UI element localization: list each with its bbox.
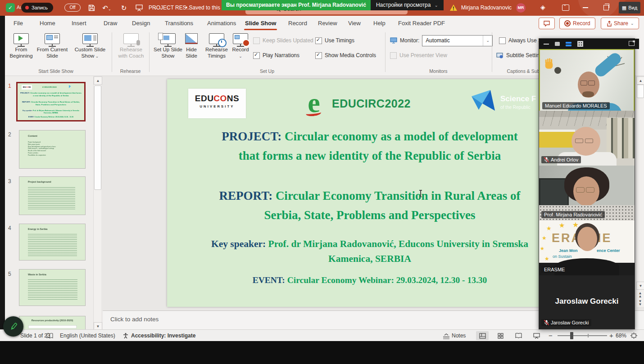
show-media-controls-checkbox[interactable]: Show Media Controls bbox=[315, 52, 376, 59]
reading-view-button[interactable] bbox=[512, 331, 525, 340]
user-avatar[interactable]: MR bbox=[516, 3, 526, 13]
undo-icon[interactable]: ↶⌄ bbox=[101, 0, 113, 16]
share-button[interactable]: Share bbox=[601, 18, 639, 29]
zoom-slider[interactable] bbox=[558, 335, 607, 336]
zoom-slider-thumb[interactable] bbox=[570, 332, 573, 339]
notes-toggle-label[interactable]: Notes bbox=[452, 330, 466, 342]
language-status[interactable]: English (United States) bbox=[60, 330, 115, 342]
tab-review[interactable]: Review bbox=[316, 16, 339, 31]
slide-project-title: PROJECT: Circular economy as a model of … bbox=[167, 127, 572, 166]
minimize-panel-icon[interactable] bbox=[544, 44, 549, 45]
group-label-start-slide-show: Start Slide Show bbox=[0, 68, 112, 74]
tab-draw[interactable]: Draw bbox=[102, 16, 119, 31]
zoom-out-button[interactable]: − bbox=[549, 330, 553, 342]
annotation-pencil-button[interactable] bbox=[3, 316, 23, 337]
redo-icon[interactable]: ↻ bbox=[118, 0, 130, 16]
next-slide-button[interactable]: ▼▼ bbox=[637, 300, 643, 306]
thumbnail-slide-3[interactable]: Project background bbox=[19, 176, 86, 215]
ribbon-display-options-icon[interactable] bbox=[562, 4, 569, 11]
rehearse-timings-button[interactable]: Rehearse Timings bbox=[203, 33, 231, 59]
use-timings-checkbox[interactable]: Use Timings bbox=[315, 37, 354, 44]
thumbnail-slide-1[interactable]: EDUCONS e EDUCIRC2022 PROJECT: Circular … bbox=[16, 82, 86, 121]
tab-transitions[interactable]: Transitions bbox=[163, 16, 195, 31]
set-up-slide-show-button[interactable]: Set Up Slide Show bbox=[152, 33, 184, 59]
signed-in-user[interactable]: Mirjana Radovanovic bbox=[461, 0, 512, 16]
tab-file[interactable]: File bbox=[12, 16, 25, 31]
scrollbar-thumb[interactable] bbox=[637, 85, 644, 98]
subtitle-settings-button[interactable]: Subtitle Settin bbox=[496, 52, 540, 59]
grid-view-icon: ▦ bbox=[622, 5, 626, 11]
rehearse-with-coach-button[interactable]: Rehearse with Coach bbox=[115, 33, 147, 59]
scroll-up-icon[interactable]: ▲ bbox=[636, 76, 644, 85]
tab-slide-show[interactable]: Slide Show bbox=[243, 16, 278, 31]
monitor-select[interactable]: Automatic ⌄ bbox=[422, 35, 493, 46]
thumbnail-slide-5[interactable]: Waste in Serbia bbox=[19, 269, 86, 306]
thumbnail-slide-2[interactable]: Content Project background Main project … bbox=[19, 130, 86, 169]
hide-slide-button[interactable]: Hide Slide bbox=[182, 33, 201, 59]
tab-home[interactable]: Home bbox=[38, 16, 57, 31]
popout-panel-icon[interactable] bbox=[629, 41, 635, 46]
use-presenter-view-checkbox[interactable]: Use Presenter View bbox=[390, 52, 447, 59]
gallery-strip-view-icon[interactable] bbox=[566, 42, 571, 46]
notes-placeholder[interactable]: Click to add notes bbox=[110, 316, 159, 323]
zoom-view-button[interactable]: ▦ Вид bbox=[619, 2, 640, 13]
scroll-down-icon[interactable]: ▼ bbox=[636, 282, 644, 290]
normal-view-button[interactable] bbox=[476, 331, 489, 340]
previous-slide-button[interactable]: ▲▲ bbox=[637, 292, 643, 298]
science-fund-text-1: Science F bbox=[500, 94, 536, 103]
slide-scrollbar[interactable]: ▲ ▼ ▲▲ ▼▼ bbox=[636, 76, 644, 307]
fit-slide-to-window-icon[interactable] bbox=[630, 333, 637, 341]
video-tile-mirjana[interactable]: Prof. Mirjana Radovanović bbox=[539, 166, 635, 220]
subtitle-settings-icon bbox=[496, 53, 503, 58]
from-current-slide-button[interactable]: From Current Slide bbox=[36, 33, 68, 59]
window-left-edge bbox=[0, 16, 5, 341]
video-tile-andrei[interactable]: Andrei Orlov bbox=[539, 111, 635, 166]
comments-button[interactable] bbox=[539, 18, 555, 29]
thumbnail-slide-4[interactable]: Energy in Serbia bbox=[19, 224, 86, 261]
start-slideshow-icon[interactable] bbox=[133, 0, 145, 16]
record-button[interactable]: Record bbox=[559, 18, 595, 29]
thumbnail-scrollbar[interactable]: ▲ ▼ bbox=[93, 76, 101, 329]
checkbox-icon bbox=[499, 37, 506, 44]
erasme-subtitle-right: ence Center bbox=[597, 248, 620, 253]
save-icon[interactable] bbox=[86, 0, 97, 16]
accessibility-icon[interactable] bbox=[122, 333, 129, 341]
scrollbar-thumb[interactable] bbox=[94, 85, 101, 190]
slide-sorter-view-button[interactable] bbox=[494, 331, 507, 340]
notes-toggle-icon[interactable] bbox=[443, 333, 450, 341]
video-tile-jaroslaw[interactable]: Jaroslaw Gorecki Jaroslaw Gorecki bbox=[539, 275, 635, 328]
thumbnail-slide-6[interactable]: Resources productivity (2010-2020) bbox=[19, 316, 86, 329]
minimize-button[interactable] bbox=[583, 7, 588, 8]
keep-slides-updated-checkbox[interactable]: Keep Slides Updated bbox=[253, 37, 313, 44]
slide-canvas[interactable]: EDUCONS UNIVERSITY e EDUCIRC2022 Science… bbox=[167, 79, 572, 307]
star-icon: ★ bbox=[546, 225, 552, 232]
scroll-up-icon[interactable]: ▲ bbox=[94, 76, 102, 85]
tab-help[interactable]: Help bbox=[372, 16, 387, 31]
tab-record[interactable]: Record bbox=[286, 16, 309, 31]
tab-foxit-reader-pdf[interactable]: Foxit Reader PDF bbox=[396, 16, 447, 31]
tab-design[interactable]: Design bbox=[130, 16, 152, 31]
muted-mic-icon bbox=[544, 320, 549, 325]
record-slideshow-button[interactable]: Record bbox=[231, 33, 250, 59]
gallery-grid-view-icon[interactable] bbox=[577, 41, 583, 47]
checkbox-icon bbox=[315, 37, 322, 44]
video-tile-erasme[interactable]: ★ ★ ★ ★ ★ ★ ★ ERASME Jean Mon ence Cente… bbox=[539, 220, 635, 275]
custom-slide-show-icon bbox=[82, 33, 98, 44]
restore-window-button[interactable] bbox=[603, 5, 609, 10]
tab-insert[interactable]: Insert bbox=[70, 16, 88, 31]
zoom-in-button[interactable]: + bbox=[609, 330, 613, 342]
zoom-percentage[interactable]: 68% bbox=[616, 330, 626, 342]
speaker-view-icon[interactable] bbox=[555, 42, 560, 46]
spellcheck-book-icon[interactable] bbox=[46, 333, 53, 341]
screen: { "title_bar": { "autosave_fragment": "A… bbox=[0, 0, 644, 364]
slideshow-view-button[interactable] bbox=[530, 331, 543, 340]
play-narrations-checkbox[interactable]: Play Narrations bbox=[253, 52, 299, 59]
view-settings-dropdown[interactable]: Настройки просмотра ⌄ bbox=[371, 0, 444, 10]
autosave-off-toggle[interactable]: Off bbox=[64, 4, 81, 12]
custom-slide-show-button[interactable]: Custom Slide Show bbox=[71, 33, 109, 59]
tab-view[interactable]: View bbox=[346, 16, 363, 31]
tab-animations[interactable]: Animations bbox=[205, 16, 238, 31]
accessibility-status[interactable]: Accessibility: Investigate bbox=[131, 330, 195, 342]
video-tile-manuel[interactable]: Manuel Eduardo MORALES bbox=[539, 49, 635, 112]
from-beginning-button[interactable]: From Beginning bbox=[7, 33, 35, 59]
